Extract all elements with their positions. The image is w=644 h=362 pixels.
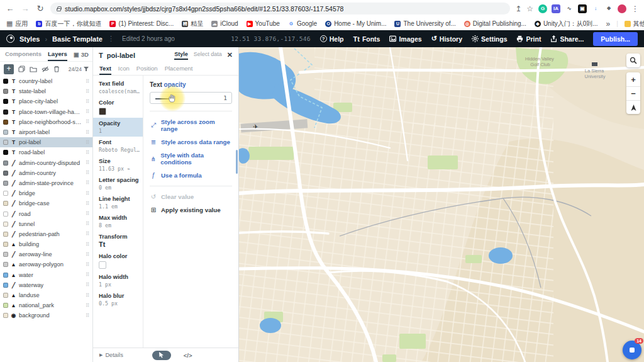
menu-images[interactable]: Images [389,35,421,43]
drag-handle-icon[interactable]: ⠿ [86,180,89,186]
refresh-icon[interactable]: ↻ [35,4,45,13]
property-text-field[interactable]: Text fieldcoalesce(nam… [93,78,143,97]
property-line-height[interactable]: Line height1.1 em [93,193,143,212]
style-across-data-range-button[interactable]: ≣Style across data range [150,139,232,145]
drag-handle-icon[interactable]: ⠿ [86,170,89,176]
layer-row-national_park[interactable]: ▲national_park⠿ [0,300,92,310]
bookmark-item[interactable]: 精精呈 [182,20,203,28]
layer-row-aeroway-line[interactable]: ╱aeroway-line⠿ [0,249,92,259]
mapbox-logo-icon[interactable] [6,35,14,43]
browser-menu-icon[interactable]: ⋮ [631,4,639,13]
layer-row-road[interactable]: ╱road⠿ [0,208,92,218]
property-halo-width[interactable]: Halo width1 px [93,271,143,290]
grammarly-extension[interactable]: G [538,4,547,13]
bookmark-item[interactable]: GGoogle [288,20,317,28]
property-opacity[interactable]: Opacity1 [93,118,143,137]
tab-3d[interactable]: ▣ 3D [74,51,89,58]
drag-handle-icon[interactable]: ⠿ [86,221,89,227]
tab-components[interactable]: Components [5,47,42,61]
search-icon[interactable] [626,54,640,67]
profile-avatar[interactable] [618,4,626,13]
drag-handle-icon[interactable]: ⠿ [86,231,89,237]
style-across-zoom-range-button[interactable]: ⤢Style across zoom range [150,118,232,132]
drag-handle-icon[interactable]: ⠿ [86,99,89,105]
menu-settings[interactable]: Settings [472,35,507,43]
drag-handle-icon[interactable]: ⠿ [86,252,89,257]
drag-handle-icon[interactable]: ⠿ [86,313,89,319]
drag-handle-icon[interactable]: ⠿ [86,191,89,196]
style-with-data-conditions-button[interactable]: ⋔Style with data conditions [150,152,232,166]
drag-handle-icon[interactable]: ⠿ [86,242,89,247]
property-halo-blur[interactable]: Halo blur0.5 px [93,290,143,309]
bookmark-item[interactable]: b百度一下，你就知道 [36,20,101,28]
bookmarks-overflow-icon[interactable]: » [606,20,611,28]
zoom-in-button[interactable]: + [626,72,640,86]
bookmark-item[interactable]: ▶YouTube [247,20,280,28]
property-font[interactable]: FontRoboto Regul… [93,137,143,156]
layer-row-bridge-case[interactable]: ╱bridge-case⠿ [0,198,92,208]
other-bookmarks[interactable]: 其他书签 [625,20,644,28]
menu-history[interactable]: ↺History [431,35,462,43]
property-color-swatch[interactable] [99,261,106,269]
drag-handle-icon[interactable]: ⠿ [86,150,89,156]
drag-handle-icon[interactable]: ⠿ [86,119,89,125]
map-canvas[interactable]: ✈ [239,47,644,362]
blackbox-extension[interactable]: ▣ [578,4,587,13]
layer-row-place-city-label[interactable]: Tplace-city-label⠿ [0,96,92,106]
layer-row-admin-state-province[interactable]: ╱admin-state-province⠿ [0,178,92,188]
breadcrumb-style-name[interactable]: Basic Template [52,35,103,43]
menu-print[interactable]: Print [516,35,541,43]
subtab-placement[interactable]: Placement [165,63,193,75]
property-max-width[interactable]: Max width8 em [93,212,143,231]
menu-fonts[interactable]: TtFonts [353,35,380,43]
tab-style[interactable]: Style [174,51,188,60]
drag-handle-icon[interactable]: ⠿ [86,130,89,135]
property-color-swatch[interactable] [99,108,106,115]
bookmark-item[interactable]: ☁iCloud [211,20,238,28]
layer-row-water[interactable]: ▲water⠿ [0,270,92,280]
bookmark-item[interactable]: ◆Unity入门：从0到... [535,20,598,28]
property-size[interactable]: Size11.63 px ⌁ [93,156,143,174]
drag-handle-icon[interactable]: ⠿ [86,303,89,308]
drag-handle-icon[interactable]: ⠿ [86,140,89,145]
subtab-position[interactable]: Position [136,63,158,75]
layer-row-poi-label[interactable]: Tpoi-label⠿ [0,137,92,147]
drag-handle-icon[interactable]: ⠿ [86,282,89,288]
layer-row-place-neighborhood-subur[interactable]: Tplace-neighborhood-subur...⠿ [0,117,92,127]
layer-row-landuse[interactable]: ▲landuse⠿ [0,290,92,300]
layer-row-aeroway-polygon[interactable]: ▲aeroway-polygon⠿ [0,259,92,269]
drag-handle-icon[interactable]: ⠿ [86,109,89,115]
layer-row-place-town-village-hamlet-l[interactable]: Tplace-town-village-hamlet-l...⠿ [0,107,92,117]
layer-row-admin-country[interactable]: ╱admin-country⠿ [0,168,92,178]
layer-row-bridge[interactable]: ╱bridge⠿ [0,188,92,198]
zoom-out-button[interactable]: − [626,86,640,100]
delete-layer-icon[interactable] [53,65,60,72]
duplicate-layer-icon[interactable] [18,65,25,72]
close-icon[interactable]: ✕ [227,51,233,59]
drag-handle-icon[interactable]: ⠿ [86,79,89,84]
layer-row-airport-label[interactable]: Tairport-label⠿ [0,127,92,137]
style-menu-icon[interactable]: ⋮ [108,35,114,43]
opacity-slider[interactable]: 1 [150,92,232,104]
layer-row-admin-country-disputed[interactable]: ╱admin-country-disputed⠿ [0,158,92,168]
layer-row-road-label[interactable]: Troad-label⠿ [0,147,92,157]
tab-select-data[interactable]: Select data [194,51,222,60]
apps-shortcut[interactable]: ▦ 应用 [6,20,28,28]
bookmark-item[interactable]: OHome - My Unim... [325,20,386,28]
menu-help[interactable]: ?Help [320,35,344,43]
subtab-text[interactable]: Text [99,63,111,75]
layer-row-building[interactable]: ▲building⠿ [0,239,92,249]
publish-button[interactable]: Publish... [593,32,638,46]
ia-extension[interactable]: IA [552,4,560,13]
layer-row-background[interactable]: ◉background⠿ [0,310,92,320]
chat-widget-button[interactable]: 14 [623,341,641,359]
drag-handle-icon[interactable]: ⠿ [86,89,89,94]
code-view-icon[interactable]: </> [184,352,192,359]
drag-handle-icon[interactable]: ⠿ [86,201,89,206]
property-halo-color[interactable]: Halo color [93,251,143,271]
property-letter-spacing[interactable]: Letter spacing0 em [93,174,143,193]
bookmark-star-icon[interactable]: ☆ [526,4,533,13]
use-a-formula-button[interactable]: ƒUse a formula [150,172,232,179]
scrollbar-thumb[interactable] [236,150,238,174]
back-icon[interactable]: ← [5,4,15,13]
